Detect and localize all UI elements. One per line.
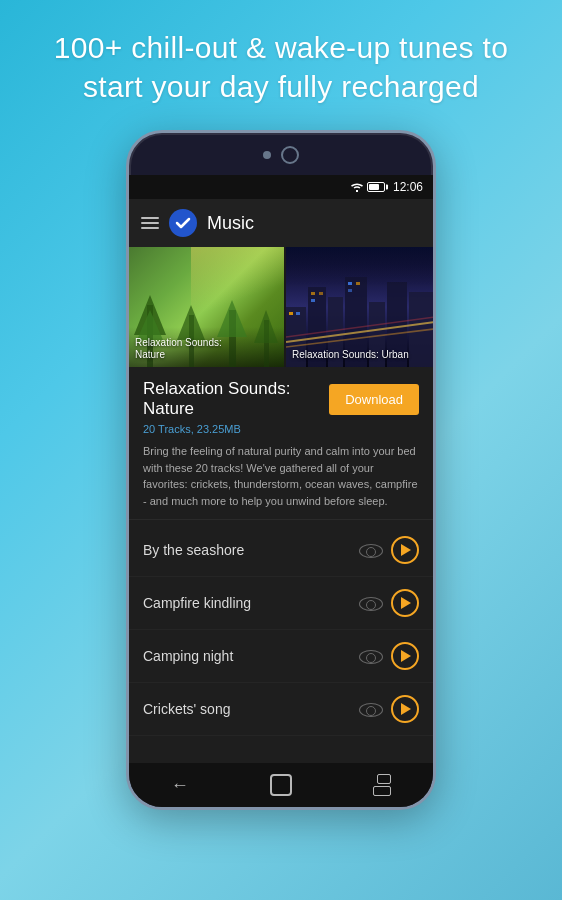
back-nav-button[interactable]: ←: [162, 767, 198, 803]
track-name: By the seashore: [143, 542, 359, 558]
svg-rect-18: [311, 292, 315, 295]
play-button[interactable]: [391, 589, 419, 617]
preview-icon[interactable]: [359, 542, 381, 558]
svg-rect-19: [311, 299, 315, 302]
play-icon: [401, 650, 411, 662]
hero-text: 100+ chill-out & wake-up tunes to start …: [0, 0, 562, 126]
phone-speaker: [281, 146, 299, 164]
carousel-label-nature: Relaxation Sounds:Nature: [135, 337, 222, 361]
carousel-item-urban[interactable]: Relaxation Sounds: Urban: [286, 247, 433, 367]
carousel-label-urban: Relaxation Sounds: Urban: [292, 349, 409, 361]
svg-rect-17: [296, 312, 300, 315]
track-actions: [359, 589, 419, 617]
carousel-item-nature[interactable]: Relaxation Sounds:Nature: [129, 247, 284, 367]
recent-apps-button[interactable]: [364, 767, 400, 803]
phone-top-bar: [241, 143, 321, 167]
play-icon: [401, 544, 411, 556]
track-item: Camping night: [129, 630, 433, 683]
phone-screen: 12:06 Music: [129, 175, 433, 763]
status-time: 12:06: [393, 180, 423, 194]
home-nav-button[interactable]: [263, 767, 299, 803]
hamburger-menu-icon[interactable]: [141, 217, 159, 229]
wifi-icon: [350, 182, 364, 192]
svg-rect-27: [286, 247, 433, 287]
home-icon: [270, 774, 292, 796]
preview-icon[interactable]: [359, 595, 381, 611]
play-icon: [401, 597, 411, 609]
app-title: Music: [207, 213, 254, 234]
content-area[interactable]: Relaxation Sounds: Nature Download 20 Tr…: [129, 367, 433, 763]
play-button[interactable]: [391, 642, 419, 670]
track-list: By the seashore Campfire kindling Campin…: [129, 520, 433, 740]
album-info: Relaxation Sounds: Nature Download 20 Tr…: [129, 367, 433, 520]
download-button[interactable]: Download: [329, 384, 419, 415]
app-bar: Music: [129, 199, 433, 247]
track-item: Crickets' song: [129, 683, 433, 736]
phone-bottom-nav: ←: [129, 763, 433, 807]
status-icons: [350, 182, 385, 192]
preview-icon[interactable]: [359, 648, 381, 664]
battery-icon: [367, 182, 385, 192]
track-name: Crickets' song: [143, 701, 359, 717]
album-meta: 20 Tracks, 23.25MB: [143, 423, 419, 435]
svg-rect-20: [319, 292, 323, 295]
play-icon: [401, 703, 411, 715]
svg-rect-16: [289, 312, 293, 315]
track-actions: [359, 642, 419, 670]
album-description: Bring the feeling of natural purity and …: [143, 443, 419, 509]
status-bar: 12:06: [129, 175, 433, 199]
svg-marker-8: [254, 310, 278, 343]
app-logo-icon: [169, 209, 197, 237]
track-actions: [359, 695, 419, 723]
svg-rect-23: [348, 289, 352, 292]
phone-frame: 12:06 Music: [126, 130, 436, 810]
track-name: Camping night: [143, 648, 359, 664]
preview-icon[interactable]: [359, 701, 381, 717]
svg-marker-6: [217, 300, 247, 337]
play-button[interactable]: [391, 536, 419, 564]
album-name: Relaxation Sounds: Nature: [143, 379, 329, 419]
recent-icon: [373, 774, 391, 796]
svg-marker-4: [177, 305, 205, 340]
phone-camera: [263, 151, 271, 159]
album-carousel: Relaxation Sounds:Nature: [129, 247, 433, 367]
track-item: By the seashore: [129, 524, 433, 577]
track-name: Campfire kindling: [143, 595, 359, 611]
track-actions: [359, 536, 419, 564]
play-button[interactable]: [391, 695, 419, 723]
track-item: Campfire kindling: [129, 577, 433, 630]
